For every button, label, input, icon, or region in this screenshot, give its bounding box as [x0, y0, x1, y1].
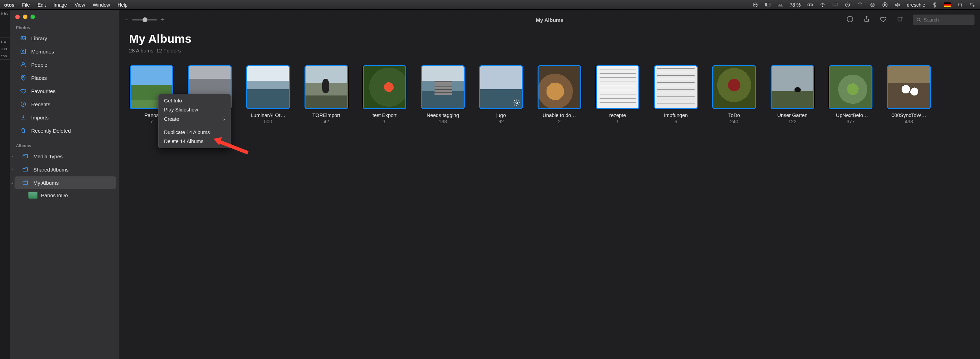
chevron-down-icon[interactable]: ⌄: [10, 180, 14, 185]
album-item[interactable]: LuminarAI Ot…500: [245, 65, 291, 124]
album-name: LuminarAI Ot…: [251, 112, 285, 118]
album-cover[interactable]: [712, 65, 756, 109]
svg-point-16: [22, 51, 24, 53]
album-cover[interactable]: [829, 65, 872, 109]
sidebar-item-shared-albums[interactable]: Shared Albums: [14, 163, 116, 176]
activity-icon[interactable]: [777, 2, 783, 8]
clock-icon: [19, 101, 27, 108]
chevron-right-icon[interactable]: ›: [10, 168, 14, 172]
sidebar-item-label: Media Types: [33, 153, 63, 160]
close-button[interactable]: [15, 14, 20, 19]
toolbar: − + My Albums Search: [119, 10, 980, 30]
album-name: jugo: [496, 112, 506, 118]
battery-icon[interactable]: [807, 2, 813, 8]
tool-icon[interactable]: [857, 2, 863, 8]
menu-window[interactable]: Window: [92, 2, 110, 8]
album-cover[interactable]: [479, 65, 523, 109]
svg-point-9: [872, 4, 873, 6]
share-icon[interactable]: [863, 15, 870, 24]
photos-window: Photos Library Memories People Places Fa…: [10, 10, 980, 359]
control-center-icon[interactable]: [970, 2, 976, 8]
display-icon[interactable]: [765, 2, 771, 8]
sidebar-item-recents[interactable]: Recents: [13, 98, 116, 110]
album-item[interactable]: TOREimport42: [304, 65, 349, 124]
minimize-button[interactable]: [23, 14, 27, 19]
search-field[interactable]: Search: [913, 14, 974, 25]
sidebar-item-media-types[interactable]: Media Types: [14, 150, 116, 163]
album-item[interactable]: test Export1: [362, 65, 407, 124]
album-cover[interactable]: [654, 65, 698, 109]
zoom-slider[interactable]: [132, 19, 157, 21]
album-item[interactable]: ToDo240: [711, 65, 757, 124]
nowplaying-icon[interactable]: [882, 2, 888, 8]
ctx-get-info[interactable]: Get Info: [159, 96, 231, 105]
album-cover[interactable]: [421, 65, 465, 109]
album-cover[interactable]: [770, 65, 814, 109]
zoom-in-button[interactable]: +: [161, 16, 164, 24]
airdrop-icon[interactable]: [869, 2, 876, 8]
main-view: My Albums 28 Albums, 12 Folders Panos7Lu…: [119, 30, 980, 359]
svg-point-18: [22, 77, 24, 78]
sidebar-item-library[interactable]: Library: [13, 32, 116, 45]
album-item[interactable]: Needs tagging138: [420, 65, 465, 124]
menu-view[interactable]: View: [75, 2, 85, 8]
screen-icon[interactable]: [832, 2, 838, 8]
album-cover[interactable]: [596, 65, 640, 109]
zoom-knob[interactable]: [143, 18, 147, 22]
wifi-icon[interactable]: [819, 2, 826, 8]
sidebar: Photos Library Memories People Places Fa…: [10, 10, 119, 359]
sidebar-item-memories[interactable]: Memories: [13, 45, 116, 57]
zoom-out-button[interactable]: −: [125, 16, 129, 24]
album-cover[interactable]: [538, 65, 581, 109]
bluetooth-icon[interactable]: [931, 2, 938, 8]
chevron-right-icon[interactable]: ›: [10, 154, 14, 158]
people-icon: [19, 61, 27, 69]
album-cover[interactable]: [363, 65, 406, 109]
ctx-duplicate[interactable]: Duplicate 14 Albums: [159, 128, 231, 137]
album-name: TOREimport: [312, 112, 340, 118]
svg-point-0: [753, 3, 757, 7]
album-count: 1: [383, 119, 386, 124]
volume-icon[interactable]: [894, 2, 900, 8]
sidebar-item-places[interactable]: Places: [13, 72, 116, 84]
spotlight-icon[interactable]: [957, 2, 963, 8]
flag-de-icon[interactable]: [944, 2, 951, 7]
album-cover[interactable]: [246, 65, 290, 109]
album-cover[interactable]: [887, 65, 931, 109]
menu-image[interactable]: Image: [53, 2, 67, 8]
album-item[interactable]: rezepte1: [595, 65, 640, 124]
sidebar-item-recently-deleted[interactable]: Recently Deleted: [13, 124, 116, 137]
user-name[interactable]: dreschle: [907, 2, 925, 8]
album-count: 122: [788, 119, 796, 124]
album-item[interactable]: Impfungen6: [653, 65, 698, 124]
album-item[interactable]: 000SyncToW…438: [886, 65, 931, 124]
info-icon[interactable]: [846, 15, 854, 24]
timemachine-icon[interactable]: [845, 2, 851, 8]
album-count: 377: [846, 119, 854, 124]
sidebar-child-panostodo[interactable]: PanosToDo: [13, 190, 116, 200]
menu-help[interactable]: Help: [118, 2, 127, 8]
sidebar-item-favourites[interactable]: Favourites: [13, 85, 116, 97]
ctx-play-slideshow[interactable]: Play Slideshow: [159, 105, 231, 114]
favourite-icon[interactable]: [880, 15, 887, 24]
sidebar-item-my-albums[interactable]: My Albums: [14, 176, 116, 189]
menu-file[interactable]: File: [22, 2, 30, 8]
sidebar-item-imports[interactable]: Imports: [13, 111, 116, 124]
rotate-icon[interactable]: [896, 15, 904, 24]
album-item[interactable]: jugo92: [479, 65, 523, 124]
album-item[interactable]: Unable to do…2: [537, 65, 582, 124]
album-cover[interactable]: [304, 65, 348, 109]
memories-icon: [19, 48, 27, 55]
ctx-delete[interactable]: Delete 14 Albums: [159, 137, 231, 146]
sidebar-item-people[interactable]: People: [13, 58, 116, 71]
album-item[interactable]: Unser Garten122: [770, 65, 815, 124]
battery-percent[interactable]: 78 %: [790, 2, 801, 8]
fullscreen-button[interactable]: [30, 14, 35, 19]
album-item[interactable]: _UpNextBefo…377: [828, 65, 873, 124]
sidebar-item-label: Shared Albums: [33, 167, 68, 172]
svg-point-26: [515, 102, 518, 104]
malware-icon[interactable]: [752, 2, 759, 8]
ctx-create[interactable]: Create: [159, 114, 231, 124]
album-name: Needs tagging: [426, 112, 459, 118]
menu-edit[interactable]: Edit: [37, 2, 46, 8]
